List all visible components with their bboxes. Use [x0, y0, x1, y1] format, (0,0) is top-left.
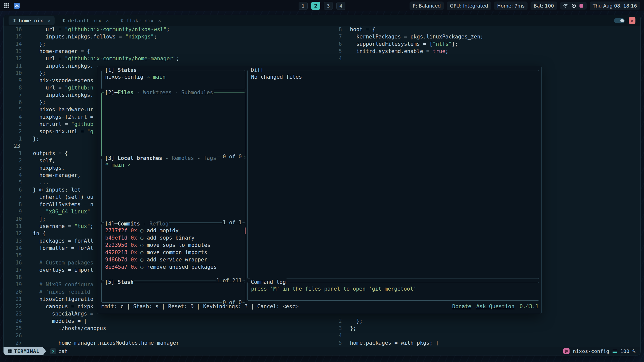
commit-row[interactable]: 2717f2f0x○add mopidy — [105, 227, 242, 234]
panel-title-text: Status — [118, 67, 137, 74]
panel-branches[interactable]: [3]─Local branches - Remotes - Tags * ma… — [101, 158, 245, 223]
panel-commits[interactable]: [4]─Commits - Reflog 2717f2f0x○add mopid… — [101, 224, 245, 281]
commit-row[interactable]: b49ef1d0x○add sops binary — [105, 234, 242, 242]
commit-message: add sops binary — [147, 234, 194, 242]
panel-files-title: [2]─Files - Worktrees - Submodules — [104, 89, 214, 96]
token: }; — [33, 99, 46, 105]
tab-close-icon[interactable]: × — [48, 18, 51, 24]
code-line: 12 url = "github:nix-community/home-mana… — [4, 55, 328, 62]
code-text: home-manager.nixosModules.home-manager — [22, 339, 179, 347]
panel-status-title: [1]─Status — [104, 67, 137, 74]
code-line: 4 — [328, 55, 640, 62]
panel-diff[interactable]: Diff No changed files — [247, 70, 539, 279]
panel-title-text: Stash — [118, 279, 134, 286]
commit-node-icon: ○ — [140, 263, 144, 271]
window-close-button[interactable]: ✕ — [629, 17, 635, 24]
line-number: 24 — [4, 318, 22, 325]
code-text: nix-vscode-extens — [22, 77, 93, 84]
wifi-icon[interactable] — [563, 4, 569, 8]
shell-segment[interactable]: zsh — [50, 348, 67, 354]
panel-branches-title: [3]─Local branches - Remotes - Tags — [104, 155, 217, 162]
list-icon[interactable] — [613, 349, 617, 353]
editor-pane-right-bottom[interactable]: 2 };3};45home.packages = with pkgs; [ — [328, 318, 640, 347]
tab-close-icon[interactable]: × — [158, 18, 161, 24]
ask-question-link[interactable]: Ask Question — [476, 303, 514, 310]
panel-number: [5]─ — [105, 279, 118, 286]
workspace-2[interactable]: 2 — [311, 2, 320, 10]
code-text: boot = { — [342, 26, 375, 33]
code-line: 26 — [4, 332, 328, 339]
clock: Thu Aug 08, 18:16 — [590, 2, 640, 10]
panel-title-text: Local branches — [118, 155, 162, 162]
editor-pane-right-top[interactable]: 8boot = {7 kernelPackages = pkgs.linuxPa… — [328, 26, 640, 62]
percent-indicator: 100 % — [620, 348, 635, 354]
token: inherit (self) ou — [33, 194, 93, 200]
panel-files[interactable]: [2]─Files - Worktrees - Submodules 0 of … — [101, 93, 245, 157]
branch-item[interactable]: * main ✓ — [105, 162, 131, 168]
commit-message: add mopidy — [147, 227, 178, 234]
panel-status[interactable]: [1]─Status nixos-config → main — [101, 70, 245, 89]
line-number: 1 — [4, 135, 22, 143]
token: "github:nix-community/nixos-wsl" — [65, 26, 167, 32]
token: boot = { — [350, 26, 375, 32]
session-name: nixos-config — [573, 348, 609, 354]
code-line: 25 ./hosts/canopus — [4, 325, 328, 332]
token: canopus = nixpk — [33, 303, 93, 309]
tab-close-icon[interactable]: × — [106, 18, 109, 24]
token: # NixOS configura — [33, 282, 93, 288]
workspace-switcher: 1234 — [299, 2, 345, 10]
commit-row[interactable]: 9486b7d0x○add service-wrapper — [105, 256, 242, 263]
commit-row[interactable]: d9202180x○move common imports — [105, 249, 242, 256]
code-text: formatter = forAl — [22, 245, 93, 252]
code-text — [22, 252, 33, 259]
tab-default.nix[interactable]: ❄default.nix× — [58, 16, 113, 25]
code-text — [22, 143, 33, 150]
code-line: 13 home-manager = { — [4, 48, 328, 55]
code-text: }; — [342, 325, 356, 332]
status-pill: Home: 7ms — [494, 2, 528, 10]
nix-icon: ❄ — [62, 18, 65, 23]
token: formatter = forAl — [33, 245, 93, 251]
commit-hash: 9486b7d — [105, 256, 128, 263]
token: "x86_64-linux" — [33, 209, 90, 215]
workspace-4[interactable]: 4 — [336, 2, 345, 10]
code-line: 5 initrd.systemd.enable = true; — [328, 48, 640, 55]
line-number: 18 — [4, 274, 22, 281]
line-number: 23 — [4, 143, 22, 150]
commit-author: 0x — [131, 242, 137, 249]
workspace-1[interactable]: 1 — [299, 2, 308, 10]
launcher-icon[interactable] — [14, 3, 20, 9]
panel-command-log[interactable]: Command log press 'M' in the files panel… — [247, 282, 539, 301]
tab-label: default.nix — [68, 18, 101, 24]
line-number: 8 — [328, 26, 342, 33]
tab-home.nix[interactable]: ❄home.nix× — [9, 16, 55, 25]
line-number: 15 — [4, 252, 22, 259]
donate-link[interactable]: Donate — [452, 303, 471, 310]
token: }; — [33, 70, 46, 76]
panel-stash[interactable]: [5]─Stash 0 of 0 — [101, 282, 245, 303]
commit-author: 0x — [131, 234, 137, 242]
code-text: initrd.systemd.enable = true; — [342, 48, 449, 55]
apps-grid-icon[interactable] — [4, 3, 10, 9]
line-number: 12 — [4, 55, 22, 62]
top-bar: 1234 P: BalancedGPU: IntegratedHome: 7ms… — [0, 0, 644, 11]
token: # 'nixos-rebuild — [33, 289, 90, 295]
commit-row[interactable]: 2a239500x○move sops to modules — [105, 242, 242, 249]
line-number: 11 — [4, 62, 22, 70]
token: forAllSystems = n — [33, 201, 93, 207]
panel-title-text: Files — [118, 89, 134, 96]
window-toggle[interactable] — [614, 18, 625, 23]
line-number: 10 — [4, 70, 22, 77]
record-icon[interactable] — [572, 4, 576, 8]
lazygit-statusline: mmit: c | Stash: s | Reset: D | Keybindi… — [101, 303, 539, 310]
commit-message: add service-wrapper — [147, 256, 207, 263]
token: sops-nix.url = — [33, 128, 87, 134]
tab-flake.nix[interactable]: ❄flake.nix× — [116, 16, 165, 25]
color-picker-icon[interactable] — [579, 4, 584, 8]
commit-row[interactable]: 8e345a70x○remove unused packages — [105, 263, 242, 271]
panel-diff-title: Diff — [250, 67, 264, 74]
line-number: 2 — [4, 128, 22, 135]
token: "nixpkgs" — [125, 34, 154, 40]
workspace-3[interactable]: 3 — [324, 2, 333, 10]
terminal-window: ❄home.nix×❄default.nix×❄flake.nix× ✕ 16 … — [3, 15, 641, 355]
